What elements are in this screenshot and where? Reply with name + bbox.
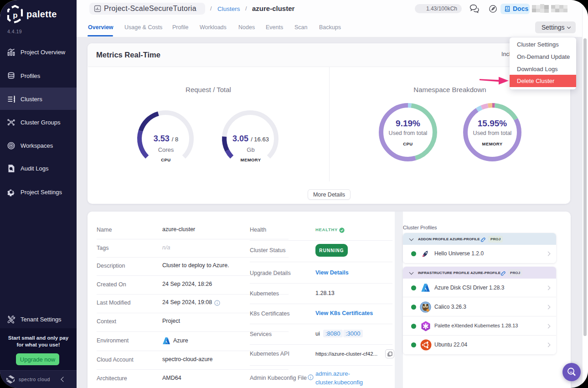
svg-text:p: p	[13, 11, 17, 20]
